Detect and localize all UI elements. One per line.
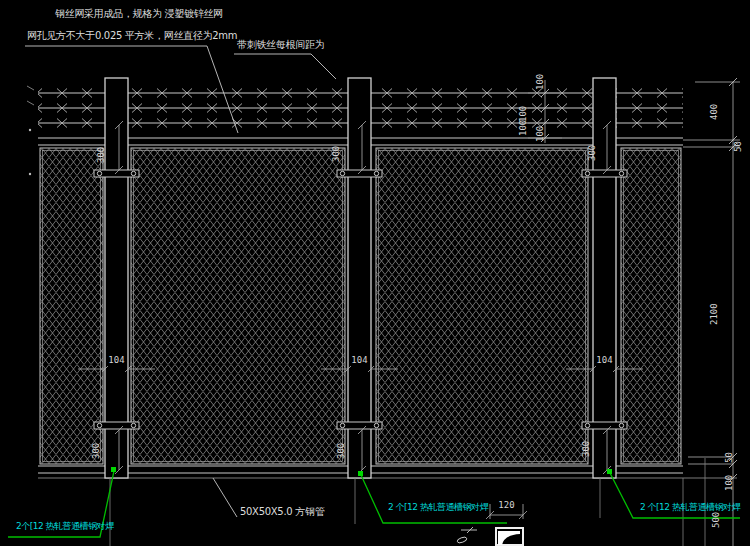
dim-right-400: 400 [709,104,719,120]
dim-wire-gap-1: 100 [535,74,545,90]
note-mesh-spec-line1: 钢丝网采用成品，规格为 浸塑镀锌丝网 [55,7,223,20]
dim-post2-bottom-300: 300 [336,443,346,459]
dim-right-50a: 50 [733,141,743,152]
detail-section-box [457,527,523,545]
note-square-tube: 50X50X5.0 方钢管 [240,505,324,518]
note-mesh-spec-line2: 网孔见方不大于0.025 平方米，网丝直径为2mm [27,29,237,42]
callout-channel-right: 2 个[12 热轧普通槽钢对焊 [640,502,740,513]
dim-post3-width-104: 104 [591,355,618,365]
dim-post3-bottom-300: 300 [581,441,591,457]
dim-right-500: 500 [711,512,721,528]
dim-right-50b: 50 [724,452,734,463]
note-barbed-wire: 带刺铁丝每根间距为 [237,38,324,51]
fence-post-1 [105,78,128,478]
dim-post2-top-300: 300 [331,146,341,162]
fence-post-3 [593,78,616,478]
drawing-geometry [0,0,750,546]
mesh-panel-2 [131,148,345,464]
dim-right-100: 100 [724,475,734,491]
dim-right-2100: 2100 [709,303,719,325]
dim-post1-width-104: 104 [103,355,130,365]
dim-wire-gap-4: 100 [535,126,545,142]
dim-post3-top-300: 300 [587,145,597,161]
dim-wire-gap-3: 100 [518,120,528,136]
callout-channel-left: 2个[12 热轧普通槽钢对焊 [16,521,114,532]
mesh-panel-1 [40,148,103,464]
bottom-rail [38,466,737,478]
dim-footing-120: 120 [490,500,523,510]
dim-post1-top-300: 300 [96,147,106,163]
fence-elevation-drawing: 钢丝网采用成品，规格为 浸塑镀锌丝网 网孔见方不大于0.025 平方米，网丝直径… [0,0,750,546]
dim-post2-width-104: 104 [346,355,373,365]
dim-post1-bottom-300: 300 [91,443,101,459]
callout-channel-mid: 2 个[12 热轧普通槽钢对焊 [388,502,488,513]
mesh-panel-3 [376,148,588,464]
mesh-panel-4 [621,148,681,464]
fence-post-2 [348,78,371,478]
